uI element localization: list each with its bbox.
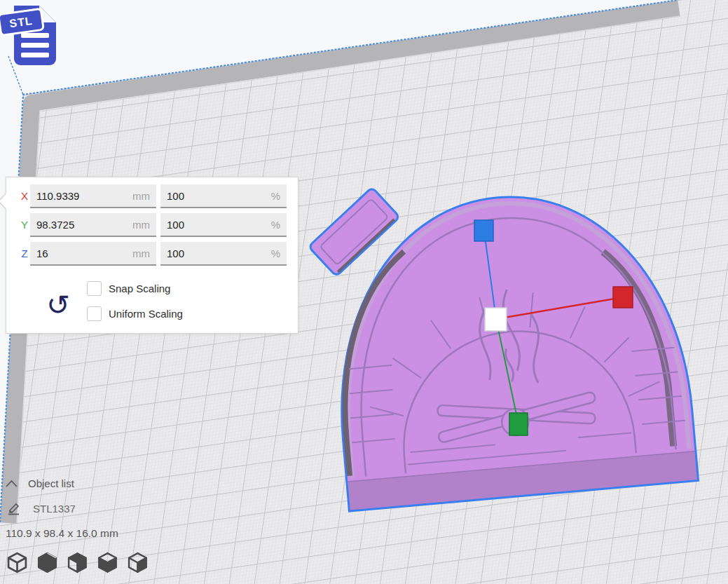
scale-y-percent-unit: % xyxy=(271,219,287,231)
stl-badge-label: STL xyxy=(8,14,33,29)
uniform-scaling-row: Uniform Scaling xyxy=(87,306,183,321)
object-list-header[interactable]: Object list xyxy=(6,477,74,489)
left-view-cube-icon xyxy=(97,552,118,573)
snap-scaling-label: Snap Scaling xyxy=(109,283,170,294)
gizmo-z-handle[interactable] xyxy=(474,220,493,241)
scale-y-mm-field: mm xyxy=(30,213,156,237)
scale-z-mm-input[interactable] xyxy=(30,247,132,259)
scale-x-mm-unit: mm xyxy=(132,190,156,202)
scale-x-percent-input[interactable] xyxy=(160,190,271,202)
object-list-item[interactable]: STL1337 xyxy=(7,502,76,515)
scale-z-mm-unit: mm xyxy=(132,247,156,259)
object-list-title: Object list xyxy=(28,477,74,489)
solid-cube-icon xyxy=(37,552,57,573)
gizmo-x-handle[interactable] xyxy=(613,287,633,308)
axis-x-label: X xyxy=(19,190,30,202)
scale-tool-panel: X mm % Y mm % Z mm xyxy=(6,177,298,334)
front-view-cube-icon xyxy=(67,552,88,573)
reset-scale-button[interactable]: ↺ xyxy=(43,288,74,322)
slicer-3d-viewport-screen: STL X mm % Y mm % xyxy=(0,0,728,584)
view-solid-button[interactable] xyxy=(36,551,58,573)
3d-view-cube-icon xyxy=(7,552,27,573)
scale-y-percent-input[interactable] xyxy=(160,219,271,231)
uniform-scaling-checkbox[interactable] xyxy=(87,306,102,321)
chevron-up-icon xyxy=(6,480,18,487)
view-top-button[interactable] xyxy=(126,551,149,573)
model-dimensions-readout: 110.9 x 98.4 x 16.0 mm xyxy=(6,527,118,540)
uniform-scaling-label: Uniform Scaling xyxy=(109,308,183,320)
gizmo-center-handle[interactable] xyxy=(485,308,507,331)
pencil-icon xyxy=(7,502,21,515)
scale-row-z: Z mm % xyxy=(6,242,298,266)
snap-scaling-row: Snap Scaling xyxy=(87,280,170,296)
scale-x-mm-input[interactable] xyxy=(30,190,132,202)
object-list-item-name: STL1337 xyxy=(33,503,76,515)
axis-z-label: Z xyxy=(19,247,30,259)
gizmo-y-handle[interactable] xyxy=(509,413,528,435)
view-left-button[interactable] xyxy=(96,551,118,573)
scale-x-percent-field: % xyxy=(160,184,287,208)
scale-z-percent-field: % xyxy=(160,242,287,266)
scale-y-mm-input[interactable] xyxy=(30,219,132,231)
scale-row-x: X mm % xyxy=(6,184,298,208)
snap-scaling-checkbox[interactable] xyxy=(87,281,102,296)
scale-y-percent-field: % xyxy=(160,213,287,237)
panel-pointer xyxy=(0,193,6,209)
top-view-cube-icon xyxy=(128,552,148,573)
scale-z-percent-input[interactable] xyxy=(160,247,271,259)
axis-y-label: Y xyxy=(19,219,30,231)
scale-y-mm-unit: mm xyxy=(132,219,156,231)
scale-x-mm-field: mm xyxy=(30,184,156,208)
scale-x-percent-unit: % xyxy=(271,190,287,202)
scale-z-mm-field: mm xyxy=(30,242,156,266)
scale-row-y: Y mm % xyxy=(6,213,298,237)
view-3d-button[interactable] xyxy=(6,551,28,573)
scale-z-percent-unit: % xyxy=(271,247,287,259)
stl-file-icon: STL xyxy=(3,1,63,69)
view-orientation-toolbar xyxy=(6,551,149,573)
view-front-button[interactable] xyxy=(66,551,88,573)
